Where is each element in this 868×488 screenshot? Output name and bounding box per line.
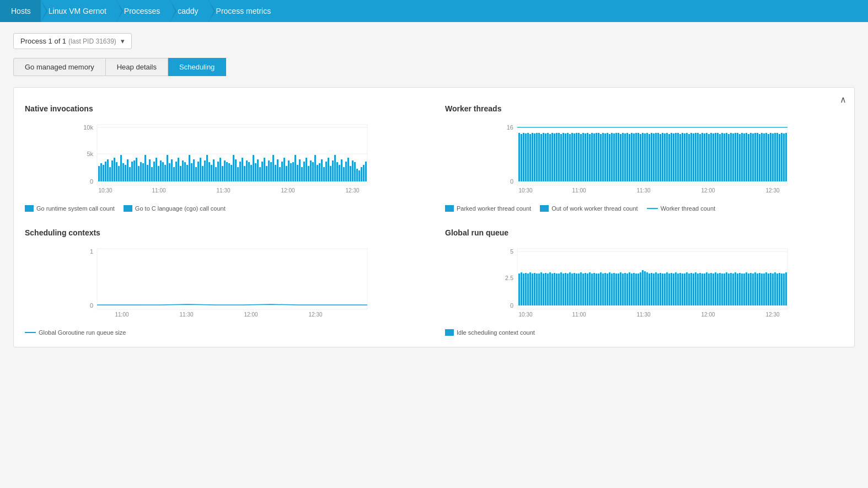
scheduling-contexts-title: Scheduling contexts: [25, 228, 423, 237]
svg-rect-367: [708, 274, 710, 305]
svg-rect-115: [336, 162, 338, 181]
svg-rect-296: [551, 274, 553, 305]
svg-rect-195: [642, 133, 644, 181]
svg-rect-85: [270, 162, 272, 181]
svg-rect-177: [602, 133, 604, 181]
svg-rect-391: [761, 274, 763, 305]
svg-text:11:30: 11:30: [636, 187, 650, 194]
svg-rect-203: [660, 134, 661, 181]
svg-text:12:00: 12:00: [701, 312, 715, 318]
svg-rect-18: [122, 163, 124, 181]
svg-rect-336: [640, 272, 641, 305]
svg-rect-298: [556, 274, 558, 305]
svg-rect-232: [724, 133, 725, 181]
svg-rect-168: [582, 133, 584, 181]
svg-rect-150: [543, 133, 544, 181]
svg-rect-213: [682, 133, 683, 181]
svg-rect-99: [301, 167, 303, 181]
svg-rect-144: [529, 134, 531, 181]
svg-rect-289: [536, 274, 538, 305]
svg-rect-323: [611, 274, 613, 305]
svg-rect-210: [675, 133, 677, 181]
svg-rect-46: [184, 162, 186, 181]
svg-rect-216: [688, 134, 690, 181]
svg-rect-84: [268, 160, 270, 181]
svg-rect-221: [699, 134, 701, 181]
svg-rect-373: [721, 274, 723, 305]
breadcrumb-item-linux-vm[interactable]: Linux VM Gernot: [41, 0, 116, 22]
svg-rect-107: [319, 163, 320, 181]
worker-threads-legend: Parked worker thread count Out of work w…: [445, 205, 843, 212]
svg-rect-258: [781, 133, 783, 181]
svg-rect-252: [768, 134, 769, 181]
svg-rect-248: [759, 134, 760, 181]
svg-rect-304: [569, 272, 571, 305]
collapse-button[interactable]: ∧: [840, 94, 846, 105]
svg-rect-97: [297, 165, 298, 181]
svg-rect-300: [560, 272, 562, 305]
svg-rect-319: [602, 274, 604, 305]
svg-rect-322: [609, 272, 610, 305]
breadcrumb-item-process-metrics[interactable]: Process metrics: [208, 0, 281, 22]
svg-rect-96: [294, 155, 296, 181]
svg-rect-238: [737, 133, 738, 181]
svg-rect-23: [133, 160, 135, 181]
svg-rect-52: [197, 162, 199, 181]
legend-worker-count: Worker thread count: [647, 205, 715, 212]
svg-rect-142: [525, 133, 527, 181]
svg-rect-118: [343, 167, 345, 181]
svg-rect-35: [160, 160, 162, 181]
svg-rect-117: [341, 159, 342, 181]
svg-rect-173: [593, 133, 595, 181]
svg-rect-172: [591, 133, 593, 181]
svg-rect-26: [140, 162, 142, 181]
worker-threads-svg: 16 0: [445, 122, 843, 199]
svg-rect-112: [330, 166, 331, 181]
svg-rect-194: [640, 134, 641, 181]
svg-rect-95: [292, 162, 294, 181]
legend-bar-icon: [540, 205, 549, 212]
svg-rect-357: [686, 272, 688, 305]
tab-go-managed-memory[interactable]: Go managed memory: [13, 58, 106, 76]
breadcrumb-item-hosts[interactable]: Hosts: [0, 0, 41, 22]
svg-rect-316: [596, 274, 597, 305]
svg-rect-346: [662, 274, 663, 305]
svg-rect-47: [186, 165, 188, 181]
svg-rect-374: [724, 274, 725, 305]
svg-rect-162: [569, 134, 571, 181]
svg-rect-395: [770, 273, 771, 305]
svg-rect-180: [609, 134, 610, 181]
svg-rect-381: [739, 273, 741, 305]
tab-heap-details[interactable]: Heap details: [106, 58, 168, 76]
svg-rect-169: [585, 133, 586, 181]
svg-rect-242: [746, 133, 747, 181]
legend-idle-scheduling: Idle scheduling context count: [445, 329, 535, 336]
svg-rect-128: [365, 162, 367, 181]
svg-rect-241: [743, 133, 745, 181]
legend-go-cgo: Go to C language (cgo) call count: [124, 205, 226, 212]
svg-rect-342: [653, 274, 655, 305]
svg-rect-86: [272, 155, 274, 181]
svg-rect-281: [518, 274, 520, 305]
svg-rect-354: [679, 273, 681, 305]
svg-rect-333: [633, 273, 635, 305]
svg-rect-301: [562, 274, 564, 305]
svg-rect-161: [567, 133, 569, 181]
svg-text:12:30: 12:30: [345, 187, 359, 194]
svg-rect-222: [701, 133, 703, 181]
svg-rect-334: [635, 274, 637, 305]
breadcrumb-item-processes[interactable]: Processes: [116, 0, 170, 22]
tab-scheduling[interactable]: Scheduling: [168, 58, 226, 76]
scheduling-contexts-wrapper: 1 0 11:00 11:30 12:00 12:30: [25, 246, 423, 325]
process-selector[interactable]: Process 1 of 1 (last PID 31639) ▾: [13, 33, 132, 49]
svg-rect-156: [556, 133, 558, 181]
svg-rect-33: [156, 158, 157, 181]
svg-rect-58: [211, 165, 212, 181]
svg-rect-87: [275, 165, 276, 181]
svg-rect-170: [587, 133, 588, 181]
svg-rect-11: [107, 159, 109, 181]
svg-rect-286: [529, 272, 531, 305]
svg-rect-9: [103, 165, 104, 181]
svg-rect-313: [589, 272, 591, 305]
svg-rect-327: [620, 272, 621, 305]
